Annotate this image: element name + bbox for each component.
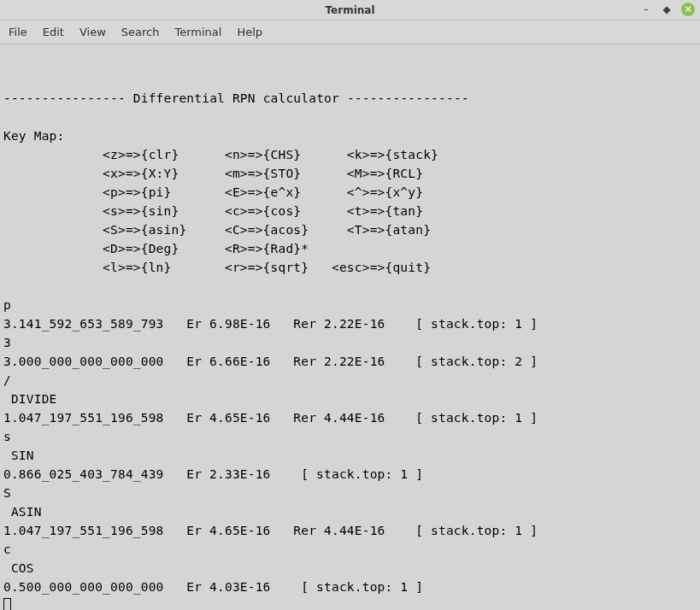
session-line: / bbox=[3, 373, 11, 387]
session-line: 3.000_000_000_000_000 Er 6.66E-16 Rer 2.… bbox=[3, 355, 538, 368]
maximize-icon[interactable]: ◆ bbox=[661, 3, 673, 15]
session-line: s bbox=[3, 430, 11, 443]
keymap-row: <p>=>{pi} <E>=>{e^x} <^>=>{x^y} bbox=[3, 185, 423, 199]
session-line: S bbox=[3, 486, 11, 500]
menu-view[interactable]: View bbox=[79, 26, 106, 38]
session-line: DIVIDE bbox=[3, 392, 57, 406]
keymap-row: <z>=>{clr} <n>=>{CHS} <k>=>{stack} bbox=[3, 148, 438, 161]
session-line: p bbox=[3, 298, 11, 312]
close-icon[interactable]: × bbox=[681, 3, 695, 16]
menu-file[interactable]: File bbox=[9, 26, 27, 38]
session-line: c bbox=[3, 543, 11, 556]
menu-terminal[interactable]: Terminal bbox=[174, 26, 221, 38]
keymap-row: <l>=>{ln} <r>=>{sqrt} <esc>=>{quit} bbox=[3, 261, 431, 274]
terminal-cursor bbox=[3, 598, 11, 610]
session-line: ASIN bbox=[3, 505, 42, 519]
keymap-row: <x>=>{X:Y} <m>=>{STO} <M>=>{RCL} bbox=[3, 167, 423, 180]
header-line: ---------------- Differential RPN calcul… bbox=[3, 91, 469, 105]
session-line: 0.866_025_403_784_439 Er 2.33E-16 [ stac… bbox=[3, 467, 423, 481]
session-line: SIN bbox=[3, 449, 34, 462]
window-controls: – ◆ × bbox=[640, 3, 695, 16]
menu-search[interactable]: Search bbox=[121, 26, 160, 38]
minimize-icon[interactable]: – bbox=[640, 3, 652, 15]
session-line: 3 bbox=[3, 336, 11, 349]
terminal-output[interactable]: ---------------- Differential RPN calcul… bbox=[0, 44, 700, 610]
window-titlebar: Terminal – ◆ × bbox=[0, 0, 700, 21]
menu-bar: File Edit View Search Terminal Help bbox=[0, 21, 700, 44]
menu-help[interactable]: Help bbox=[237, 26, 262, 38]
keymap-row: <s>=>{sin} <c>=>{cos} <t>=>{tan} bbox=[3, 204, 423, 218]
keymap-row: <D>=>{Deg} <R>=>{Rad}* bbox=[3, 242, 309, 255]
keymap-row: <S>=>{asin} <C>=>{acos} <T>=>{atan} bbox=[3, 223, 431, 237]
session-line: COS bbox=[3, 561, 34, 575]
menu-edit[interactable]: Edit bbox=[43, 26, 64, 38]
keymap-label: Key Map: bbox=[3, 129, 64, 143]
blank-line bbox=[3, 73, 11, 86]
window-title: Terminal bbox=[325, 4, 374, 16]
session-line: 1.047_197_551_196_598 Er 4.65E-16 Rer 4.… bbox=[3, 524, 538, 537]
session-line: 1.047_197_551_196_598 Er 4.65E-16 Rer 4.… bbox=[3, 411, 538, 425]
session-line: 3.141_592_653_589_793 Er 6.98E-16 Rer 2.… bbox=[3, 317, 538, 331]
session-line: 0.500_000_000_000_000 Er 4.03E-16 [ stac… bbox=[3, 580, 423, 594]
